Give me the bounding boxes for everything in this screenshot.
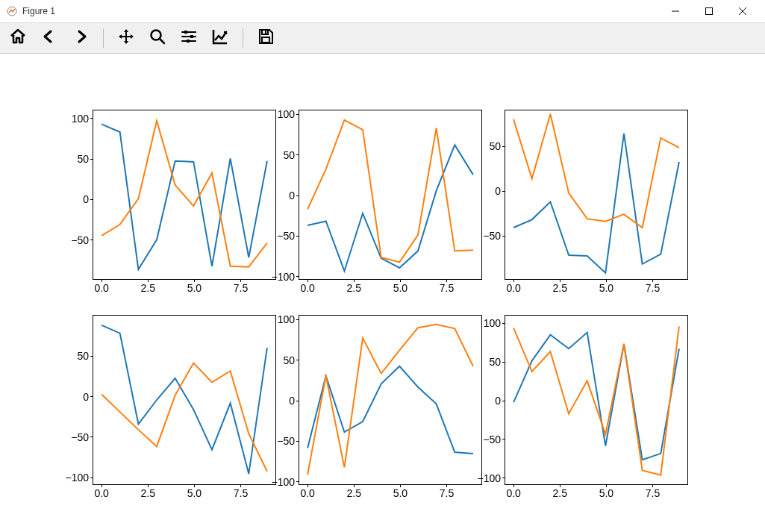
subplot-1-1[interactable]: −100−500501000.02.55.07.5: [299, 315, 482, 485]
series-A: [513, 333, 679, 460]
x-tick-label: 0.0: [506, 487, 520, 499]
y-tick-label: 0: [83, 391, 89, 403]
pan-button[interactable]: [116, 28, 137, 48]
svg-rect-14: [265, 31, 266, 34]
app-icon: [6, 5, 18, 17]
close-button[interactable]: [725, 0, 759, 22]
x-tick-label: 7.5: [646, 282, 660, 294]
y-tick-label: 100: [72, 113, 89, 125]
svg-rect-12: [187, 40, 190, 43]
x-tick-label: 7.5: [440, 282, 454, 294]
save-button[interactable]: [255, 28, 276, 48]
y-tick-label: −50: [483, 230, 501, 242]
subplot-0-1[interactable]: −100−500501000.02.55.07.5: [299, 110, 482, 280]
zoom-icon: [149, 28, 166, 48]
subplot-0-0[interactable]: −500501000.02.55.07.5: [93, 110, 276, 280]
y-tick-label: −100: [65, 472, 89, 484]
y-tick-label: 0: [289, 190, 295, 201]
x-tick-label: 0.0: [94, 487, 108, 499]
x-tick-label: 5.0: [393, 487, 408, 499]
y-tick-label: −100: [271, 476, 295, 488]
toolbar: [0, 23, 765, 54]
series-B: [513, 114, 679, 228]
subplot-1-2[interactable]: −100−500501000.02.55.07.5: [505, 315, 688, 485]
pan-icon: [117, 28, 135, 48]
minimize-button[interactable]: [658, 0, 692, 22]
home-button[interactable]: [7, 28, 28, 48]
svg-rect-11: [190, 35, 193, 38]
y-tick-label: 100: [278, 313, 295, 325]
y-tick-label: 0: [289, 395, 295, 407]
y-tick-label: 50: [283, 149, 295, 161]
window-titlebar: Figure 1: [0, 0, 765, 23]
figure-canvas[interactable]: −500501000.02.55.07.5−100−500501000.02.5…: [0, 54, 765, 532]
series-A: [102, 325, 267, 474]
series-B: [102, 363, 267, 472]
y-tick-label: 0: [495, 395, 501, 407]
x-tick-label: 7.5: [234, 487, 248, 499]
x-tick-label: 0.0: [300, 282, 314, 294]
y-tick-label: 0: [495, 185, 501, 197]
y-tick-label: −50: [71, 234, 89, 246]
back-icon: [40, 28, 58, 48]
svg-rect-15: [262, 37, 269, 43]
y-tick-label: 0: [83, 193, 89, 205]
series-B: [307, 325, 473, 475]
zoom-button[interactable]: [147, 28, 168, 48]
y-tick-label: 50: [283, 354, 295, 366]
save-icon: [257, 28, 275, 48]
subplot-1-0[interactable]: −100−500500.02.55.07.5: [93, 315, 276, 485]
x-tick-label: 0.0: [506, 282, 520, 294]
x-tick-label: 5.0: [187, 282, 202, 294]
y-tick-label: 50: [77, 350, 89, 362]
series-B: [307, 120, 473, 263]
x-tick-label: 2.5: [141, 487, 155, 499]
forward-button[interactable]: [70, 28, 91, 48]
x-tick-label: 7.5: [234, 282, 248, 294]
x-tick-label: 0.0: [300, 487, 314, 499]
y-tick-label: −50: [277, 230, 295, 242]
y-tick-label: −50: [71, 431, 89, 443]
x-tick-label: 5.0: [187, 487, 202, 499]
y-tick-label: −50: [277, 435, 295, 447]
x-tick-label: 2.5: [141, 282, 155, 294]
y-tick-label: 50: [489, 140, 501, 152]
forward-icon: [72, 28, 90, 48]
y-tick-label: −100: [271, 271, 295, 283]
toolbar-separator: [103, 28, 104, 48]
svg-rect-10: [184, 31, 187, 34]
x-tick-label: 2.5: [553, 282, 567, 294]
axes-icon: [211, 28, 229, 48]
x-tick-label: 7.5: [646, 487, 660, 499]
y-tick-label: 100: [484, 317, 501, 329]
window-title: Figure 1: [22, 6, 55, 16]
x-tick-label: 2.5: [347, 282, 361, 294]
series-A: [102, 124, 267, 269]
x-tick-label: 5.0: [599, 487, 613, 499]
maximize-button[interactable]: [692, 0, 725, 22]
y-tick-label: 50: [489, 356, 501, 368]
y-tick-label: 100: [278, 108, 295, 120]
toolbar-separator: [243, 28, 243, 48]
x-tick-label: 2.5: [347, 487, 361, 499]
svg-rect-2: [705, 8, 712, 15]
series-B: [513, 326, 679, 475]
home-icon: [9, 28, 27, 48]
x-tick-label: 7.5: [440, 487, 454, 499]
series-B: [102, 121, 267, 267]
back-button[interactable]: [39, 28, 60, 48]
x-tick-label: 5.0: [393, 282, 408, 294]
y-tick-label: −50: [483, 434, 501, 445]
svg-line-6: [160, 39, 164, 43]
configure-icon: [180, 28, 198, 48]
configure-button[interactable]: [178, 28, 199, 48]
subplot-0-2[interactable]: −500500.02.55.07.5: [505, 110, 688, 280]
x-tick-label: 0.0: [94, 282, 108, 294]
x-tick-label: 5.0: [599, 282, 613, 294]
y-tick-label: 50: [77, 153, 89, 165]
y-tick-label: −100: [477, 472, 501, 484]
axes-button[interactable]: [210, 28, 231, 48]
x-tick-label: 2.5: [553, 487, 567, 499]
